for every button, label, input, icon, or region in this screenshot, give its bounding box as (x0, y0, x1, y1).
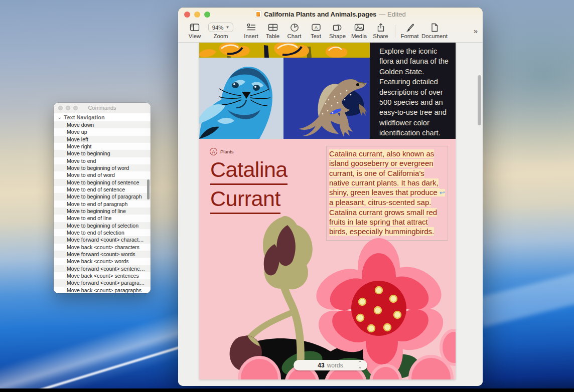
section-label: Text Navigation (64, 114, 105, 120)
hero-text: Explore the iconic flora and fauna of th… (379, 47, 449, 137)
document-canvas[interactable]: Explore the iconic flora and fauna of th… (178, 43, 483, 386)
heading-line-2: Currant (210, 185, 280, 214)
command-item[interactable]: Move forward <count> paragra… (54, 279, 151, 286)
command-item[interactable]: Move to end of line (54, 215, 151, 222)
pages-window-header: California Plants and Animals.pages — Ed… (178, 8, 483, 43)
document-scrollbar-thumb[interactable] (478, 75, 481, 125)
shapes-icon (333, 23, 343, 32)
category-badge-row[interactable]: A Plants (210, 148, 233, 155)
pie-chart-icon (290, 23, 299, 32)
screen-bottom-edge (0, 388, 574, 392)
section-text-navigation[interactable]: ⌄ Text Navigation (54, 113, 151, 121)
commands-list: Move downMove upMove leftMove rightMove … (54, 121, 151, 293)
command-item[interactable]: Move back <count> paragraphs (54, 287, 151, 293)
pages-document-icon (255, 11, 261, 18)
command-item[interactable]: Move forward <count> charact… (54, 236, 151, 243)
media-button[interactable]: Media (348, 23, 370, 39)
word-count-stepper-icon[interactable]: ⌃ ⌄ (358, 360, 362, 369)
wallpaper-wave-streak-right (475, 264, 574, 327)
share-button[interactable]: Share (370, 23, 391, 39)
chevron-down-icon: ⌄ (58, 115, 62, 120)
command-item[interactable]: Move to end of selection (54, 229, 151, 236)
command-item[interactable]: Move back <count> words (54, 258, 151, 265)
chevron-down-icon: ▼ (225, 25, 229, 30)
share-icon (376, 23, 385, 32)
svg-text:A: A (314, 25, 317, 30)
chart-button[interactable]: Chart (283, 23, 305, 39)
view-button[interactable]: View (185, 23, 204, 39)
command-item[interactable]: Move back <count> sentences (54, 272, 151, 279)
command-item[interactable]: Move to beginning of sentence (54, 179, 151, 186)
toolbar-divider (395, 25, 395, 38)
commands-window-title: Commands (54, 105, 151, 111)
pages-toolbar: View 94% ▼ Zoom Insert Table (178, 21, 483, 43)
shape-button[interactable]: Shape (327, 23, 348, 39)
command-item[interactable]: Move to end of paragraph (54, 201, 151, 208)
command-item[interactable]: Move to beginning of line (54, 208, 151, 215)
seal-image[interactable] (199, 58, 283, 139)
window-edited-status: — Edited (379, 11, 405, 18)
format-button[interactable]: Format (399, 23, 420, 39)
sidebar-view-icon (190, 23, 200, 32)
window-title: California Plants and Animals.pages (264, 11, 376, 18)
insert-button[interactable]: Insert (240, 23, 262, 39)
toolbar-overflow-chevrons[interactable]: » (474, 23, 477, 35)
article-heading[interactable]: Catalina Currant (210, 156, 288, 214)
table-button[interactable]: Table (262, 23, 283, 39)
command-item[interactable]: Move to beginning of word (54, 164, 151, 171)
currant-flower-image[interactable] (199, 213, 456, 379)
command-item[interactable]: Move to end of word (54, 171, 151, 178)
format-brush-icon (405, 23, 414, 32)
command-item[interactable]: Move up (54, 128, 151, 135)
command-item[interactable]: Move to beginning of selection (54, 222, 151, 229)
document-page[interactable]: Explore the iconic flora and fauna of th… (199, 43, 456, 379)
text-button[interactable]: A Text (305, 23, 327, 39)
lizard-image[interactable] (283, 58, 370, 139)
text-box-icon: A (311, 23, 321, 32)
pages-window: California Plants and Animals.pages — Ed… (178, 8, 483, 386)
command-item[interactable]: Move to end of sentence (54, 186, 151, 193)
command-item[interactable]: Move forward <count> words (54, 251, 151, 258)
word-count-value: 43 (318, 362, 324, 369)
category-letter-badge: A (210, 148, 217, 155)
command-item[interactable]: Move back <count> characters (54, 244, 151, 251)
insert-icon (246, 23, 256, 32)
word-count-label: words (327, 362, 343, 369)
command-item[interactable]: Move to end (54, 157, 151, 164)
poppy-band-image[interactable] (199, 43, 370, 58)
command-item[interactable]: Move to beginning (54, 150, 151, 157)
heading-line-1: Catalina (210, 156, 288, 185)
commands-scrollbar-thumb[interactable] (147, 179, 150, 200)
command-item[interactable]: Move down (54, 121, 151, 128)
command-item[interactable]: Move forward <count> sentenc… (54, 265, 151, 272)
commands-window: Commands ⌄ Text Navigation Move downMove… (54, 103, 151, 293)
word-count-control[interactable]: 43 words ⌃ ⌄ (294, 360, 367, 370)
body-text-part-1: Catalina currant, also known as island g… (329, 149, 440, 197)
photo-icon (354, 23, 364, 32)
zoom-control[interactable]: 94% ▼ Zoom (204, 23, 237, 39)
document-button[interactable]: Document (420, 23, 449, 39)
command-item[interactable]: Move to beginning of paragraph (54, 193, 151, 200)
commands-titlebar[interactable]: Commands (54, 103, 151, 113)
category-label: Plants (220, 149, 233, 154)
command-item[interactable]: Move left (54, 136, 151, 143)
pages-titlebar[interactable]: California Plants and Animals.pages — Ed… (178, 8, 483, 21)
command-item[interactable]: Move right (54, 143, 151, 150)
table-icon (268, 23, 278, 32)
zoom-value: 94% (212, 25, 224, 31)
line-break-invisible-icon: ↩ (440, 189, 445, 197)
document-icon (430, 23, 439, 32)
hero-text-box[interactable]: Explore the iconic flora and fauna of th… (370, 43, 456, 139)
